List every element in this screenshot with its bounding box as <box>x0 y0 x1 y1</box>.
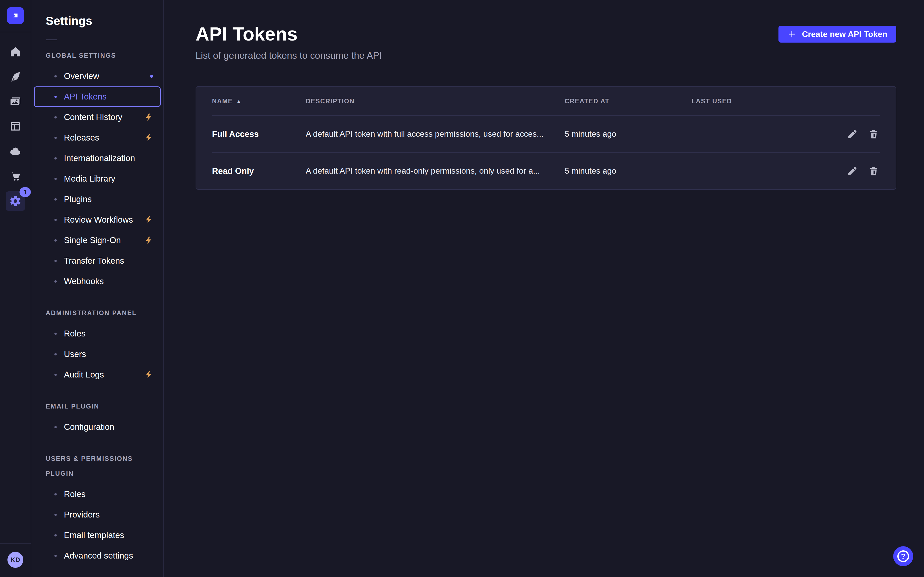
section-header-global-settings: GLOBAL SETTINGS <box>31 48 163 63</box>
bullet-icon <box>55 116 57 118</box>
divider <box>0 32 31 32</box>
lightning-icon <box>144 133 153 142</box>
gear-icon[interactable]: 1 <box>6 191 25 211</box>
sidebar-item-admin-roles[interactable]: Roles <box>31 323 163 344</box>
sidebar-item-content-history[interactable]: Content History <box>31 107 163 127</box>
sidebar-item-review-workflows[interactable]: Review Workflows <box>31 210 163 230</box>
edit-button[interactable] <box>846 165 858 177</box>
column-header-description: DESCRIPTION <box>306 97 565 105</box>
bullet-icon <box>55 198 57 201</box>
sidebar-item-overview[interactable]: Overview <box>31 66 163 86</box>
bullet-icon <box>55 75 57 77</box>
column-header-name[interactable]: NAME ▲ <box>212 97 306 105</box>
sidebar-item-single-sign-on[interactable]: Single Sign-On <box>31 230 163 251</box>
sidebar-item-webhooks[interactable]: Webhooks <box>31 271 163 292</box>
delete-button[interactable] <box>867 165 880 177</box>
token-created-at: 5 minutes ago <box>565 166 691 176</box>
lightning-icon <box>144 113 153 122</box>
notification-dot-icon <box>150 75 153 78</box>
sidebar-item-admin-users[interactable]: Users <box>31 344 163 364</box>
delete-button[interactable] <box>867 128 880 140</box>
app-root: 1 KD Settings GLOBAL SETTINGS Overview A… <box>0 0 924 577</box>
help-button[interactable]: ? <box>893 546 913 566</box>
content-type-builder-icon[interactable] <box>6 117 25 136</box>
section-header-users-permissions-plugin: USERS & PERMISSIONS PLUGIN <box>31 451 163 481</box>
token-name: Full Access <box>212 129 306 139</box>
bullet-icon <box>55 333 57 335</box>
section-header-email-plugin: EMAIL PLUGIN <box>31 399 163 414</box>
sidebar-item-transfer-tokens[interactable]: Transfer Tokens <box>31 251 163 271</box>
bullet-icon <box>55 260 57 262</box>
api-tokens-table: NAME ▲ DESCRIPTION CREATED AT LAST USED … <box>195 86 896 190</box>
divider <box>0 543 31 544</box>
strapi-logo[interactable] <box>7 7 24 24</box>
settings-subnav: Settings GLOBAL SETTINGS Overview API To… <box>31 0 164 577</box>
user-avatar[interactable]: KD <box>7 552 23 568</box>
table-header-row: NAME ▲ DESCRIPTION CREATED AT LAST USED <box>212 87 880 116</box>
column-header-created-at: CREATED AT <box>565 97 691 105</box>
main-content: API Tokens List of generated tokens to c… <box>164 0 924 577</box>
cloud-icon[interactable] <box>6 142 25 161</box>
sidebar-item-providers[interactable]: Providers <box>31 504 163 525</box>
bullet-icon <box>55 280 57 283</box>
token-description: A default API token with read-only permi… <box>306 166 565 176</box>
media-library-icon[interactable] <box>6 92 25 111</box>
bullet-icon <box>55 534 57 537</box>
bullet-icon <box>55 239 57 242</box>
lightning-icon <box>144 370 153 379</box>
bullet-icon <box>55 137 57 139</box>
table-row-read-only[interactable]: Read Only A default API token with read-… <box>212 153 880 189</box>
sidebar-item-api-tokens[interactable]: API Tokens <box>34 86 161 107</box>
main-nav-rail: 1 KD <box>0 0 31 577</box>
create-api-token-button[interactable]: Create new API Token <box>779 26 896 43</box>
content-feather-icon[interactable] <box>6 67 25 86</box>
trash-icon <box>868 166 879 176</box>
bullet-icon <box>55 178 57 180</box>
subnav-title: Settings <box>31 13 163 29</box>
lightning-icon <box>144 215 153 224</box>
token-name: Read Only <box>212 166 306 176</box>
token-description: A default API token with full access per… <box>306 129 565 139</box>
create-api-token-label: Create new API Token <box>802 29 887 39</box>
bullet-icon <box>55 426 57 428</box>
plus-icon <box>787 30 796 39</box>
edit-button[interactable] <box>846 128 858 140</box>
sidebar-item-plugins[interactable]: Plugins <box>31 189 163 210</box>
sidebar-item-media-library[interactable]: Media Library <box>31 169 163 189</box>
sidebar-item-up-roles[interactable]: Roles <box>31 484 163 504</box>
section-header-administration-panel: ADMINISTRATION PANEL <box>31 305 163 320</box>
sidebar-item-audit-logs[interactable]: Audit Logs <box>31 364 163 385</box>
bullet-icon <box>55 555 57 557</box>
home-icon[interactable] <box>6 42 25 61</box>
sidebar-item-internationalization[interactable]: Internationalization <box>31 148 163 169</box>
question-mark-icon: ? <box>897 550 909 562</box>
table-row-full-access[interactable]: Full Access A default API token with ful… <box>212 116 880 153</box>
page-subtitle: List of generated tokens to consume the … <box>195 50 382 61</box>
sidebar-item-releases[interactable]: Releases <box>31 127 163 148</box>
page-title: API Tokens <box>195 24 382 45</box>
settings-notification-badge: 1 <box>19 187 31 197</box>
sidebar-item-advanced-settings[interactable]: Advanced settings <box>31 545 163 566</box>
divider <box>46 39 57 40</box>
column-header-last-used: LAST USED <box>691 97 836 105</box>
lightning-icon <box>144 236 153 245</box>
sort-ascending-icon[interactable]: ▲ <box>236 99 242 103</box>
bullet-icon <box>55 353 57 355</box>
sidebar-item-email-templates[interactable]: Email templates <box>31 525 163 545</box>
strapi-logo-icon <box>10 11 21 21</box>
bullet-icon <box>55 96 57 98</box>
bullet-icon <box>55 374 57 376</box>
bullet-icon <box>55 493 57 495</box>
bullet-icon <box>55 219 57 221</box>
pencil-icon <box>847 166 858 176</box>
marketplace-cart-icon[interactable] <box>6 166 25 186</box>
trash-icon <box>868 129 879 140</box>
pencil-icon <box>847 129 858 140</box>
page-header: API Tokens List of generated tokens to c… <box>195 24 896 61</box>
bullet-icon <box>55 514 57 516</box>
bullet-icon <box>55 157 57 160</box>
sidebar-item-email-configuration[interactable]: Configuration <box>31 417 163 437</box>
token-created-at: 5 minutes ago <box>565 129 691 139</box>
